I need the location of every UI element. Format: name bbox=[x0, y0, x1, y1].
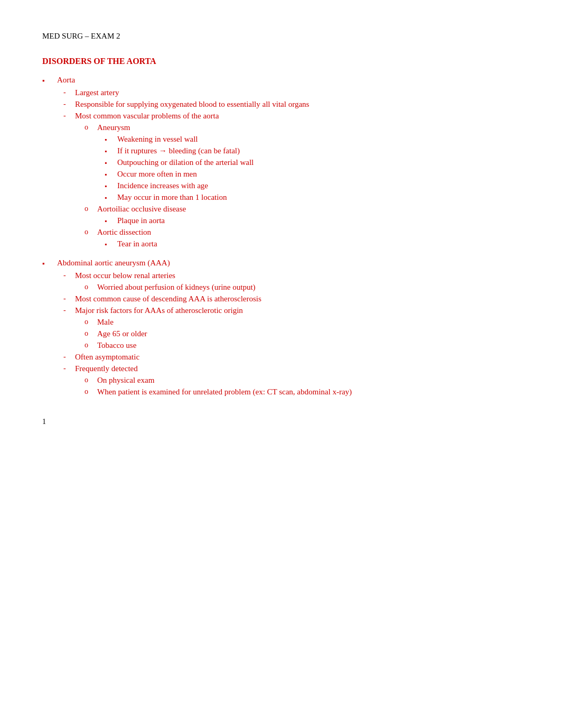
square-icon: ▪ bbox=[105, 193, 117, 202]
o-icon: o bbox=[85, 341, 97, 349]
item-text: Outpouching or dilation of the arterial … bbox=[117, 158, 519, 167]
item-text: Major risk factors for AAAs of atheroscl… bbox=[75, 306, 519, 315]
list-item: - Most occur below renal arteries bbox=[42, 271, 519, 280]
square-icon: ▪ bbox=[105, 216, 117, 225]
list-item: ▪ Outpouching or dilation of the arteria… bbox=[42, 158, 519, 167]
item-text: Plaque in aorta bbox=[117, 216, 519, 225]
list-item: - Major risk factors for AAAs of atheros… bbox=[42, 306, 519, 315]
list-item: - Responsible for supplying oxygenated b… bbox=[42, 100, 519, 109]
dash-icon: - bbox=[63, 88, 75, 97]
item-text: Aorta bbox=[57, 76, 519, 85]
item-text: Most common vascular problems of the aor… bbox=[75, 112, 519, 121]
square-icon: ▪ bbox=[105, 146, 117, 155]
item-text: Often asymptomatic bbox=[75, 353, 519, 362]
list-item: o Tobacco use bbox=[42, 341, 519, 350]
list-item: - Most common cause of descending AAA is… bbox=[42, 294, 519, 303]
square-icon: ▪ bbox=[105, 181, 117, 190]
o-icon: o bbox=[85, 283, 97, 291]
list-item: o Age 65 or older bbox=[42, 329, 519, 338]
list-item: o When patient is examined for unrelated… bbox=[42, 388, 519, 397]
list-item: ▪ Occur more often in men bbox=[42, 170, 519, 179]
list-item: ▪ May occur in more than 1 location bbox=[42, 193, 519, 202]
dash-icon: - bbox=[63, 306, 75, 315]
list-item: - Often asymptomatic bbox=[42, 353, 519, 362]
item-text: Tear in aorta bbox=[117, 239, 519, 248]
dash-icon: - bbox=[63, 294, 75, 303]
list-item: - Largest artery bbox=[42, 88, 519, 97]
dash-icon: - bbox=[63, 100, 75, 108]
list-item: ▪ Aorta bbox=[42, 76, 519, 85]
item-text: Largest artery bbox=[75, 88, 519, 97]
bullet-icon: ▪ bbox=[42, 76, 57, 85]
square-icon: ▪ bbox=[105, 239, 117, 248]
page-header: MED SURG – EXAM 2 bbox=[42, 32, 519, 41]
item-text: When patient is examined for unrelated p… bbox=[97, 388, 519, 397]
list-item: o Male bbox=[42, 318, 519, 327]
list-item: ▪ If it ruptures → bleeding (can be fata… bbox=[42, 146, 519, 155]
o-icon: o bbox=[85, 329, 97, 338]
item-text: Most common cause of descending AAA is a… bbox=[75, 294, 519, 303]
list-item: ▪ Tear in aorta bbox=[42, 239, 519, 248]
item-text: Worried about perfusion of kidneys (urin… bbox=[97, 283, 519, 292]
square-icon: ▪ bbox=[105, 135, 117, 144]
item-text: Occur more often in men bbox=[117, 170, 519, 179]
item-text: Aneurysm bbox=[97, 123, 519, 132]
item-text: Aortoiliac occlusive disease bbox=[97, 205, 519, 214]
item-text: Incidence increases with age bbox=[117, 181, 519, 190]
header-title: MED SURG – EXAM 2 bbox=[42, 32, 120, 40]
list-item: - Most common vascular problems of the a… bbox=[42, 112, 519, 121]
o-icon: o bbox=[85, 318, 97, 326]
item-text: Age 65 or older bbox=[97, 329, 519, 338]
list-item: o Aortic dissection bbox=[42, 228, 519, 237]
o-icon: o bbox=[85, 376, 97, 384]
item-text: Most occur below renal arteries bbox=[75, 271, 519, 280]
dash-icon: - bbox=[63, 364, 75, 373]
list-item: ▪ Plaque in aorta bbox=[42, 216, 519, 225]
list-item: - Frequently detected bbox=[42, 364, 519, 373]
list-item: ▪ Incidence increases with age bbox=[42, 181, 519, 190]
dash-icon: - bbox=[63, 353, 75, 361]
list-item: o Worried about perfusion of kidneys (ur… bbox=[42, 283, 519, 292]
item-text: If it ruptures → bleeding (can be fatal) bbox=[117, 146, 519, 155]
square-icon: ▪ bbox=[105, 170, 117, 179]
dash-icon: - bbox=[63, 112, 75, 120]
item-text: Tobacco use bbox=[97, 341, 519, 350]
o-icon: o bbox=[85, 388, 97, 396]
list-item: o Aneurysm bbox=[42, 123, 519, 132]
list-item: ▪ Weakening in vessel wall bbox=[42, 135, 519, 144]
item-text: Abdominal aortic aneurysm (AAA) bbox=[57, 259, 519, 268]
list-item: o Aortoiliac occlusive disease bbox=[42, 205, 519, 214]
item-text: Male bbox=[97, 318, 519, 327]
bullet-icon: ▪ bbox=[42, 259, 57, 268]
square-icon: ▪ bbox=[105, 158, 117, 167]
item-text: Weakening in vessel wall bbox=[117, 135, 519, 144]
section-title: DISORDERS OF THE AORTA bbox=[42, 57, 519, 66]
page-number: 1 bbox=[42, 418, 519, 426]
list-item: o On physical exam bbox=[42, 376, 519, 385]
o-icon: o bbox=[85, 205, 97, 213]
item-text: On physical exam bbox=[97, 376, 519, 385]
o-icon: o bbox=[85, 123, 97, 132]
o-icon: o bbox=[85, 228, 97, 236]
list-item: ▪ Abdominal aortic aneurysm (AAA) bbox=[42, 259, 519, 268]
item-text: Aortic dissection bbox=[97, 228, 519, 237]
dash-icon: - bbox=[63, 271, 75, 280]
item-text: Frequently detected bbox=[75, 364, 519, 373]
item-text: Responsible for supplying oxygenated blo… bbox=[75, 100, 519, 109]
item-text: May occur in more than 1 location bbox=[117, 193, 519, 202]
